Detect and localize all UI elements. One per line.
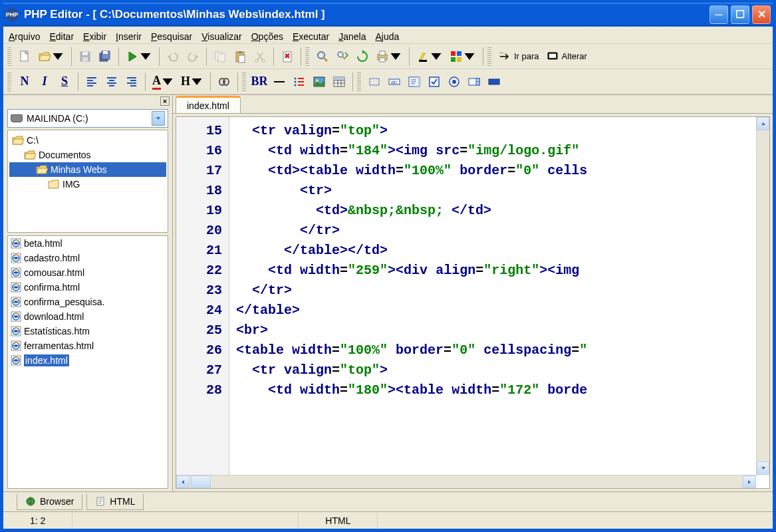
svg-point-30: [295, 77, 297, 79]
close-button[interactable]: ✕: [752, 5, 771, 24]
svg-rect-19: [380, 58, 385, 62]
change-button[interactable]: Alterar: [543, 47, 590, 66]
save-all-button[interactable]: [96, 47, 114, 66]
file-item[interactable]: ferramentas.html: [8, 338, 168, 353]
menu-ajuda[interactable]: Ajuda: [375, 31, 399, 42]
titlebar[interactable]: PHP PHP Editor - [ C:\Documentos\Minhas …: [3, 3, 773, 26]
cut-button[interactable]: [251, 47, 269, 66]
change-label: Alterar: [562, 51, 587, 61]
statusbar: 1: 2 HTML: [3, 511, 773, 529]
button-button[interactable]: [485, 72, 503, 91]
scroll-right-button[interactable]: [743, 475, 756, 488]
redo-button[interactable]: [184, 47, 202, 66]
file-item[interactable]: beta.html: [8, 236, 168, 251]
file-item[interactable]: cadastro.html: [8, 251, 168, 265]
toolbar-grip[interactable]: [7, 47, 11, 66]
minimize-button[interactable]: ─: [710, 5, 728, 24]
open-file-button[interactable]: [35, 47, 67, 66]
print-button[interactable]: [373, 47, 405, 66]
image-button[interactable]: [310, 72, 328, 91]
file-item[interactable]: Estatísticas.htm: [8, 324, 168, 338]
scroll-down-button[interactable]: [757, 462, 769, 475]
menu-inserir[interactable]: Inserir: [116, 31, 142, 42]
textfield-button[interactable]: ab: [385, 72, 404, 91]
list-button[interactable]: [290, 72, 309, 91]
file-item[interactable]: index.html: [8, 353, 168, 368]
tree-item[interactable]: Documentos: [9, 148, 166, 162]
scroll-left-button[interactable]: [176, 475, 190, 488]
scroll-up-button[interactable]: [757, 117, 769, 130]
link-button[interactable]: [215, 72, 233, 91]
delete-button[interactable]: [278, 47, 297, 66]
save-button[interactable]: [76, 47, 94, 66]
goto-button[interactable]: Ir para: [495, 47, 542, 66]
toolbar-grip[interactable]: [357, 72, 361, 91]
toolbar-main: Ir para Alterar: [3, 44, 773, 69]
italic-button[interactable]: I: [35, 72, 54, 91]
menu-executar[interactable]: Executar: [293, 31, 329, 42]
tree-item[interactable]: C:\: [9, 133, 166, 148]
textarea-button[interactable]: [405, 72, 424, 91]
tree-item[interactable]: Minhas Webs: [9, 162, 166, 177]
tab-html[interactable]: HTML: [86, 494, 144, 510]
tab-html-label: HTML: [110, 496, 135, 507]
window-title: PHP Editor - [ C:\Documentos\Minhas Webs…: [24, 8, 710, 21]
heading-button[interactable]: H: [178, 72, 206, 91]
file-item[interactable]: comousar.html: [8, 265, 168, 280]
scroll-thumb[interactable]: [191, 475, 211, 488]
color-palette-button[interactable]: [447, 47, 479, 66]
paste-button[interactable]: [231, 47, 249, 66]
menu-opcoes[interactable]: Opções: [251, 31, 283, 42]
sidebar-close-button[interactable]: ×: [160, 96, 170, 106]
horizontal-scrollbar[interactable]: [176, 475, 756, 488]
align-center-button[interactable]: [102, 72, 121, 91]
menu-janela[interactable]: Janela: [338, 31, 366, 42]
menu-visualizar[interactable]: Visualizar: [201, 31, 241, 42]
menu-exibir[interactable]: Exibir: [83, 31, 106, 42]
toolbar-grip[interactable]: [7, 72, 11, 91]
file-list[interactable]: beta.htmlcadastro.htmlcomousar.htmlconfi…: [7, 235, 168, 489]
maximize-button[interactable]: ☐: [731, 5, 749, 24]
checkbox-button[interactable]: [425, 72, 444, 91]
tab-browser[interactable]: Browser: [17, 494, 82, 510]
drive-selector[interactable]: MAILINDA (C:): [7, 109, 168, 128]
globe-icon: [25, 496, 36, 507]
hr-button[interactable]: [270, 72, 289, 91]
menu-pesquisar[interactable]: Pesquisar: [151, 31, 192, 42]
menu-arquivo[interactable]: Arquivo: [9, 31, 40, 42]
undo-button[interactable]: [164, 47, 182, 66]
toolbar-grip[interactable]: [487, 47, 491, 66]
select-button[interactable]: [465, 72, 483, 91]
bold-button[interactable]: N: [15, 72, 34, 91]
vertical-scrollbar[interactable]: [756, 117, 769, 475]
form-button[interactable]: [365, 72, 384, 91]
refresh-button[interactable]: [353, 47, 372, 66]
file-item[interactable]: confirma.html: [8, 280, 168, 295]
new-file-button[interactable]: [15, 47, 34, 66]
run-button[interactable]: [123, 47, 155, 66]
highlight-button[interactable]: [414, 47, 446, 66]
zoom-in-button[interactable]: [313, 47, 332, 66]
folder-tree[interactable]: C:\DocumentosMinhas WebsIMG: [7, 130, 168, 233]
editor-tabs: index.html: [173, 95, 773, 114]
tree-item[interactable]: IMG: [9, 177, 166, 192]
file-item[interactable]: confirma_pesquisa.: [8, 295, 168, 309]
menu-editar[interactable]: Editar: [49, 31, 74, 42]
copy-button[interactable]: [211, 47, 229, 66]
file-item[interactable]: download.html: [8, 309, 168, 324]
table-button[interactable]: [330, 72, 348, 91]
align-right-button[interactable]: [122, 72, 141, 91]
radio-button[interactable]: [445, 72, 463, 91]
find-replace-button[interactable]: [333, 47, 352, 66]
code-content[interactable]: <tr valign="top"> <td width="184"><img s…: [229, 117, 769, 488]
sidebar: × MAILINDA (C:) C:\DocumentosMinhas Webs…: [3, 95, 173, 491]
br-button[interactable]: BR: [250, 72, 269, 91]
align-left-button[interactable]: [82, 72, 101, 91]
toolbar-grip[interactable]: [305, 47, 309, 66]
status-spacer: [72, 512, 299, 529]
tab-index-html[interactable]: index.html: [176, 96, 241, 113]
code-editor[interactable]: 1516171819202122232425262728 <tr valign=…: [176, 116, 770, 489]
toolbar-grip[interactable]: [242, 72, 246, 91]
font-color-button[interactable]: A: [150, 72, 177, 91]
underline-button[interactable]: S: [55, 72, 74, 91]
